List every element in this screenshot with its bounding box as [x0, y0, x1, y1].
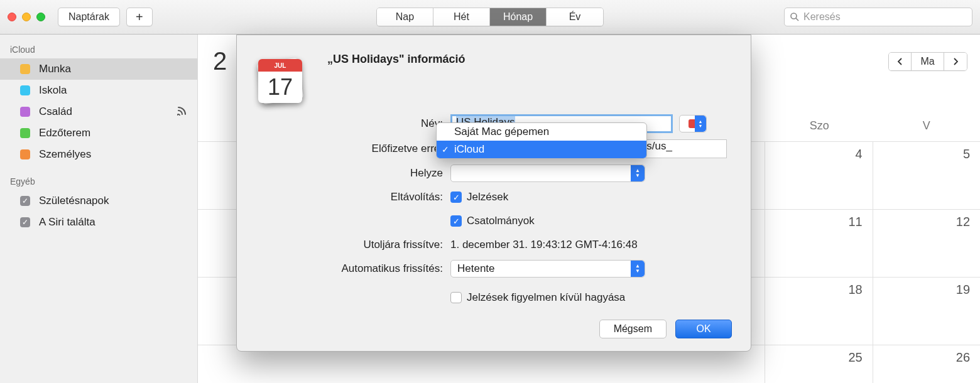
- ok-button[interactable]: OK: [675, 320, 732, 338]
- sidebar-item-label: Edzőterem: [39, 127, 187, 139]
- stepper-arrows-icon: ▲▼: [695, 116, 706, 132]
- stepper-arrows-icon: ▲▼: [631, 165, 645, 181]
- broadcast-icon: [177, 105, 187, 118]
- calendar-color-swatch: [20, 85, 30, 95]
- search-input[interactable]: Keresés: [784, 8, 972, 26]
- calendar-color-swatch: [20, 149, 30, 159]
- calendar-info-dialog: JUL 17 „US Holidays" információ Név: US …: [236, 35, 751, 352]
- day-number[interactable]: 18: [848, 283, 862, 297]
- remove-attachments-checkbox[interactable]: ✓: [450, 215, 462, 227]
- calendar-color-swatch: [20, 64, 30, 74]
- segment-day[interactable]: Nap: [377, 8, 433, 26]
- chevron-right-icon: [952, 58, 959, 65]
- close-window-icon[interactable]: [8, 13, 16, 21]
- sidebar-item-szemelyes[interactable]: Személyes: [0, 144, 197, 165]
- cancel-button[interactable]: Mégsem: [599, 320, 667, 338]
- remove-label: Eltávolítás:: [256, 191, 450, 203]
- dialog-title: „US Holidays" információ: [327, 53, 466, 66]
- check-icon: ✓: [442, 144, 449, 154]
- auto-refresh-label: Automatikus frissítés:: [256, 262, 450, 275]
- segment-month[interactable]: Hónap: [490, 8, 547, 26]
- checkbox-icon[interactable]: ✓: [20, 196, 30, 206]
- svg-line-1: [796, 18, 798, 21]
- sidebar-item-label: Család: [39, 105, 177, 118]
- next-button[interactable]: [944, 53, 967, 70]
- location-select[interactable]: ▲▼: [450, 165, 645, 182]
- view-segment: Nap Hét Hónap Év: [376, 8, 604, 26]
- calendar-app-icon: JUL 17: [256, 57, 305, 105]
- add-button[interactable]: +: [126, 8, 153, 26]
- icon-day-label: 17: [258, 72, 302, 103]
- weekday-label: Szo: [766, 119, 873, 132]
- day-number[interactable]: 5: [963, 147, 970, 161]
- auto-refresh-select[interactable]: Hetente ▲▼: [450, 260, 645, 278]
- location-label: Helyze: [256, 167, 450, 180]
- sidebar-item-label: Személyes: [39, 148, 187, 161]
- search-icon: [790, 12, 800, 22]
- segment-year[interactable]: Év: [547, 8, 603, 26]
- dropdown-item-icloud[interactable]: ✓ iCloud: [437, 141, 646, 158]
- prev-button[interactable]: [889, 53, 912, 70]
- sidebar-item-label: Munka: [39, 63, 187, 75]
- calendar-color-swatch: [20, 107, 30, 117]
- last-updated-label: Utoljára frissítve:: [256, 239, 450, 251]
- last-updated-value: 1. december 31. 19:43:12 GMT-4:16:48: [450, 239, 638, 251]
- sidebar-item-munka[interactable]: Munka: [0, 58, 197, 80]
- month-title: 2: [213, 47, 227, 75]
- sidebar-item-iskola[interactable]: Iskola: [0, 80, 197, 101]
- sidebar-item-label: A Siri találta: [39, 216, 187, 229]
- stepper-arrows-icon: ▲▼: [631, 261, 645, 277]
- search-placeholder: Keresés: [803, 11, 841, 23]
- sidebar: iCloud Munka Iskola Család Edzőterem Sze…: [0, 35, 198, 383]
- dropdown-item-local[interactable]: Saját Mac gépemen: [437, 123, 646, 141]
- window-controls: [8, 13, 45, 21]
- sidebar-item-siri[interactable]: ✓ A Siri találta: [0, 212, 197, 233]
- ignore-alerts-label: Jelzések figyelmen kívül hagyása: [467, 291, 625, 304]
- day-number[interactable]: 25: [848, 350, 862, 365]
- remove-alerts-checkbox[interactable]: ✓: [450, 192, 462, 203]
- minimize-window-icon[interactable]: [22, 13, 31, 21]
- location-dropdown: Saját Mac gépemen ✓ iCloud: [436, 122, 647, 159]
- calendars-button[interactable]: Naptárak: [58, 8, 120, 26]
- weekday-label: V: [873, 119, 980, 132]
- sidebar-group-header: iCloud: [0, 41, 197, 58]
- month-nav: Ma: [888, 52, 967, 71]
- chevron-left-icon: [897, 58, 903, 65]
- sidebar-group-header: Egyéb: [0, 173, 197, 190]
- sidebar-item-birthdays[interactable]: ✓ Születésnapok: [0, 190, 197, 212]
- today-button[interactable]: Ma: [912, 53, 944, 70]
- day-number[interactable]: 4: [856, 147, 863, 161]
- day-number[interactable]: 19: [956, 283, 970, 297]
- day-number[interactable]: 12: [956, 215, 970, 229]
- segment-week[interactable]: Hét: [433, 8, 490, 26]
- maximize-window-icon[interactable]: [36, 13, 45, 21]
- remove-alerts-label: Jelzések: [467, 191, 508, 203]
- sidebar-item-label: Születésnapok: [39, 195, 187, 207]
- svg-point-0: [791, 13, 797, 19]
- sidebar-item-edzoterem[interactable]: Edzőterem: [0, 122, 197, 144]
- calendar-color-swatch: [20, 128, 30, 138]
- day-number[interactable]: 11: [848, 215, 862, 229]
- sidebar-item-label: Iskola: [39, 84, 187, 97]
- subscribed-label: Előfizetve erre:: [256, 143, 450, 155]
- title-bar: Naptárak + Nap Hét Hónap Év Keresés: [0, 0, 980, 35]
- remove-attachments-label: Csatolmányok: [467, 215, 535, 227]
- icon-month-label: JUL: [258, 59, 302, 72]
- ignore-alerts-checkbox[interactable]: [450, 292, 462, 303]
- day-number[interactable]: 26: [956, 350, 970, 365]
- checkbox-icon[interactable]: ✓: [20, 217, 30, 227]
- name-label: Név:: [256, 117, 450, 130]
- color-picker[interactable]: ▲▼: [679, 115, 707, 132]
- sidebar-item-csalad[interactable]: Család: [0, 101, 197, 122]
